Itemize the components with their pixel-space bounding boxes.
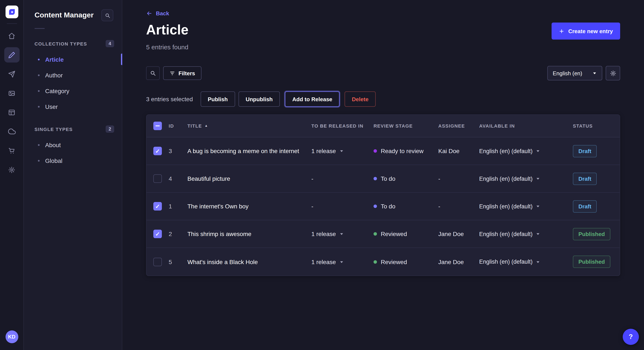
- section-count-badge: 2: [106, 126, 114, 133]
- bullet-icon: [38, 58, 40, 60]
- filter-icon: [170, 70, 175, 76]
- view-settings-button[interactable]: [606, 66, 620, 80]
- sidebar-item-about[interactable]: About: [24, 137, 122, 153]
- search-icon: [150, 70, 156, 76]
- search-button[interactable]: [146, 66, 160, 80]
- table-row[interactable]: 2 This shrimp is awesome 1 release Revie…: [146, 220, 620, 248]
- arrow-left-icon: [146, 10, 152, 16]
- page-title: Article: [146, 22, 188, 37]
- cell-review-stage: To do: [374, 175, 438, 182]
- sidebar-divider: [34, 28, 45, 29]
- cell-available-in[interactable]: English (en) (default): [479, 203, 573, 209]
- cell-available-in[interactable]: English (en) (default): [479, 175, 573, 182]
- column-header-release: TO BE RELEASED IN: [311, 123, 374, 128]
- table-row[interactable]: 5 What's inside a Black Hole 1 release R…: [146, 248, 620, 276]
- main-content: Back Article Create new entry 5 entries …: [122, 0, 644, 350]
- plus-icon: [559, 28, 564, 34]
- nav-home[interactable]: [4, 28, 20, 43]
- cell-available-in[interactable]: English (en) (default): [479, 148, 573, 154]
- cell-title: The internet's Own boy: [188, 203, 311, 210]
- column-header-id[interactable]: ID: [169, 123, 188, 128]
- content-manager-sidebar: Content Manager COLLECTION TYPES 4 Artic…: [24, 0, 122, 350]
- nav-releases[interactable]: [4, 66, 20, 82]
- cell-release[interactable]: 1 release: [311, 258, 374, 265]
- cell-status: Published: [573, 228, 620, 240]
- layout-icon: [8, 109, 15, 116]
- section-label: COLLECTION TYPES: [34, 41, 87, 46]
- cell-available-in[interactable]: English (en) (default): [479, 259, 573, 265]
- column-header-title[interactable]: TITLE ▲: [188, 123, 311, 128]
- row-checkbox[interactable]: [153, 257, 162, 266]
- cell-assignee: -: [438, 175, 479, 182]
- publish-button[interactable]: Publish: [200, 91, 235, 107]
- nav-content-type-builder[interactable]: [4, 105, 20, 120]
- add-to-release-button[interactable]: Add to Release: [285, 91, 340, 107]
- cell-title: Beautiful picture: [188, 175, 311, 182]
- select-all-checkbox[interactable]: [153, 122, 162, 130]
- cell-status: Draft: [573, 200, 620, 212]
- cell-id: 2: [169, 230, 188, 237]
- cell-available-in[interactable]: English (en) (default): [479, 231, 573, 237]
- home-icon: [8, 32, 15, 39]
- back-link[interactable]: Back: [146, 10, 169, 16]
- nav-content-manager[interactable]: [4, 47, 20, 62]
- delete-button[interactable]: Delete: [344, 91, 376, 107]
- status-badge: Published: [573, 228, 610, 240]
- sidebar-item-global[interactable]: Global: [24, 153, 122, 169]
- sidebar-item-article[interactable]: Article: [24, 51, 122, 67]
- row-checkbox[interactable]: [153, 230, 162, 238]
- cell-title: A bug is becoming a meme on the internet: [188, 148, 311, 154]
- cell-release[interactable]: 1 release: [311, 148, 374, 154]
- selection-bar: 3 entries selected Publish Unpublish Add…: [146, 91, 620, 107]
- sidebar-search-button[interactable]: [101, 9, 113, 21]
- unpublish-button[interactable]: Unpublish: [238, 91, 280, 107]
- stage-dot-icon: [374, 149, 377, 153]
- help-button[interactable]: ?: [623, 329, 639, 345]
- cell-review-stage: To do: [374, 203, 438, 210]
- cell-title: What's inside a Black Hole: [188, 258, 311, 265]
- status-badge: Draft: [573, 173, 597, 185]
- table-row[interactable]: 3 A bug is becoming a meme on the intern…: [146, 137, 620, 165]
- gear-icon: [8, 166, 15, 173]
- cell-release: -: [311, 203, 374, 210]
- rail-divider: [6, 23, 17, 24]
- toolbar: Filters English (en): [146, 66, 620, 80]
- chevron-down-icon: [592, 71, 597, 75]
- status-badge: Published: [573, 256, 610, 268]
- cloud-icon: [8, 128, 16, 135]
- chevron-down-icon: [339, 232, 344, 236]
- row-checkbox[interactable]: [153, 147, 162, 155]
- column-header-status: STATUS: [573, 123, 620, 128]
- locale-value: English (en): [553, 70, 582, 76]
- images-icon: [8, 90, 15, 97]
- stage-dot-icon: [374, 177, 377, 180]
- nav-media-library[interactable]: [4, 85, 20, 101]
- sidebar-item-label: Category: [45, 87, 70, 94]
- section-label: SINGLE TYPES: [34, 127, 72, 132]
- bullet-icon: [38, 106, 40, 107]
- nav-settings[interactable]: [4, 162, 20, 177]
- cell-assignee: Jane Doe: [438, 230, 479, 237]
- sidebar-item-user[interactable]: User: [24, 99, 122, 114]
- locale-select[interactable]: English (en): [547, 66, 602, 80]
- cell-status: Published: [573, 256, 620, 268]
- gear-icon: [610, 70, 616, 76]
- sidebar-item-author[interactable]: Author: [24, 67, 122, 83]
- nav-cloud[interactable]: [4, 124, 20, 139]
- table-row[interactable]: 4 Beautiful picture - To do - English (e…: [146, 165, 620, 193]
- filters-button[interactable]: Filters: [163, 66, 202, 80]
- cell-status: Draft: [573, 145, 620, 157]
- cell-release[interactable]: 1 release: [311, 230, 374, 237]
- row-checkbox[interactable]: [153, 174, 162, 183]
- strapi-logo-icon: [8, 8, 16, 16]
- table-row[interactable]: 1 The internet's Own boy - To do - Engli…: [146, 193, 620, 220]
- section-count-badge: 4: [106, 40, 114, 47]
- create-new-entry-button[interactable]: Create new entry: [552, 22, 620, 39]
- nav-marketplace[interactable]: [4, 143, 20, 158]
- sidebar-item-category[interactable]: Category: [24, 83, 122, 99]
- row-checkbox[interactable]: [153, 202, 162, 210]
- strapi-logo[interactable]: [5, 5, 18, 18]
- user-avatar[interactable]: KD: [5, 331, 18, 343]
- chevron-down-icon: [536, 232, 540, 236]
- column-header-assignee: ASSIGNEE: [438, 123, 479, 128]
